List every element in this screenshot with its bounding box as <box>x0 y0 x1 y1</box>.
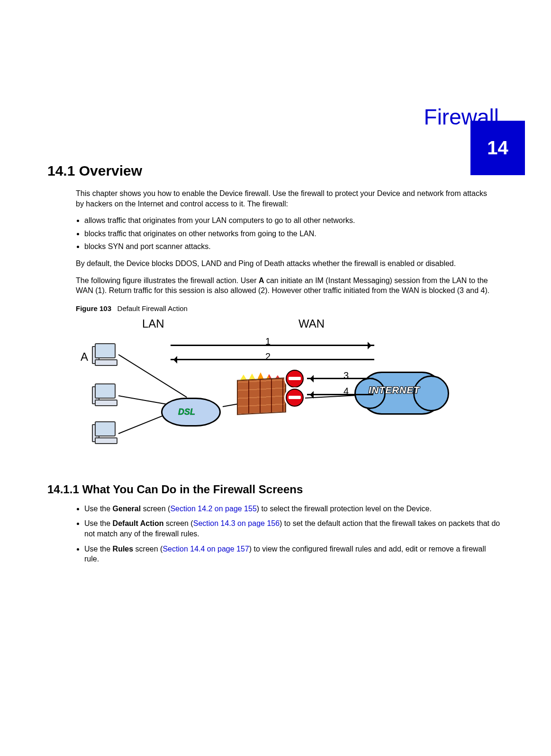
computer-icon <box>95 343 119 367</box>
cross-reference-link[interactable]: Section 14.2 on page 155 <box>170 505 256 513</box>
overview-default-text: By default, the Device blocks DDOS, LAND… <box>76 258 493 269</box>
arrow-3-blocked <box>307 378 373 379</box>
dsl-router-icon: DSL <box>161 388 227 431</box>
overview-bullet-list: allows traffic that originates from your… <box>76 215 501 252</box>
text-fragment: screen ( <box>133 545 163 553</box>
text-fragment: screen ( <box>141 505 170 513</box>
computer-icon <box>95 421 119 445</box>
cross-reference-link[interactable]: Section 14.4 on page 157 <box>163 545 249 553</box>
figure-number: Figure 103 <box>76 304 111 312</box>
subsection-heading-whatyoucando: 14.1.1 What You Can Do in the Firewall S… <box>47 483 504 496</box>
section-heading-overview: 14.1 Overview <box>47 163 504 179</box>
text-fragment: ) to select the firewall protection leve… <box>257 505 432 513</box>
arrow-4-blocked <box>307 394 373 395</box>
internet-label: INTERNET <box>369 385 420 396</box>
arrow-2-return <box>171 359 374 360</box>
list-item: allows traffic that originates from your… <box>84 215 501 226</box>
screen-name: Rules <box>113 545 134 553</box>
chapter-title: Firewall <box>47 104 499 130</box>
chapter-number-tab: 14 <box>470 121 525 175</box>
overview-intro-text: This chapter shows you how to enable the… <box>76 188 493 209</box>
screen-name: Default Action <box>113 519 164 527</box>
computer-icon <box>95 383 119 407</box>
what-you-can-do-list: Use the General screen (Section 14.2 on … <box>76 504 501 564</box>
figure-title: Default Firewall Action <box>117 304 188 312</box>
block-icon <box>284 368 305 389</box>
figure-caption: Figure 103 Default Firewall Action <box>76 304 504 312</box>
firewall-icon <box>237 379 289 417</box>
chapter-number: 14 <box>487 137 508 159</box>
flow-number-3: 3 <box>343 370 349 381</box>
text-fragment: Use the <box>84 519 113 527</box>
wan-label: WAN <box>298 317 325 330</box>
arrow-1-outbound <box>171 345 374 346</box>
user-a-marker: A <box>81 350 88 364</box>
text-fragment: screen ( <box>163 519 193 527</box>
page: 14 CHAPTER Firewall 14.1 Overview This c… <box>0 104 551 756</box>
block-icon <box>284 387 305 408</box>
overview-figure-intro: The following figure illustrates the fir… <box>76 276 493 296</box>
firewall-diagram: LAN WAN A 1 2 3 4 DSL INTERNET <box>81 317 441 454</box>
lan-label: LAN <box>142 317 164 330</box>
text-fragment: Use the <box>84 505 113 513</box>
user-a-label: A <box>259 276 264 285</box>
list-item: Use the Rules screen (Section 14.4 on pa… <box>84 544 501 564</box>
text-fragment: The following figure illustrates the fir… <box>76 276 259 285</box>
list-item: Use the Default Action screen (Section 1… <box>84 518 501 539</box>
list-item: Use the General screen (Section 14.2 on … <box>84 504 501 514</box>
list-item: blocks traffic that originates on other … <box>84 229 501 239</box>
text-fragment: Use the <box>84 545 113 553</box>
dsl-label: DSL <box>178 407 195 417</box>
flow-number-2: 2 <box>265 351 271 362</box>
screen-name: General <box>113 505 141 513</box>
list-item: blocks SYN and port scanner attacks. <box>84 241 501 252</box>
cross-reference-link[interactable]: Section 14.3 on page 156 <box>193 519 280 527</box>
